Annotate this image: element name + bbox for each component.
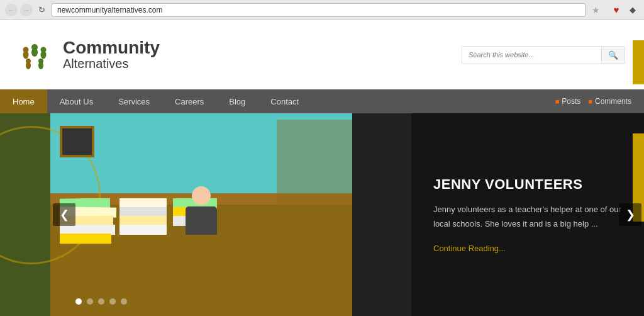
slide-dots [75,298,127,305]
svg-point-1 [31,48,38,57]
person-figure [186,186,217,235]
rss-comments-label: Comments [595,97,631,106]
extension-icon[interactable]: ◆ [626,4,639,16]
logo-icon [13,33,57,77]
url-text: newcommunityalternatives.com [57,6,162,14]
nav-bar: Home About Us Services Careers Blog Cont… [0,89,644,113]
slide-description: Jenny volunteers as a teacher's helper a… [433,203,622,230]
nav-right: ■ Posts ■ Comments [555,97,644,106]
search-box: 🔍 [462,46,625,64]
nav-services[interactable]: Services [106,89,162,113]
paper-darkgold [60,234,111,244]
slide-image [50,113,352,316]
continue-reading-link[interactable]: Continue Reading... [433,244,622,253]
gold-accent-top [633,40,644,84]
refresh-button[interactable]: ↻ [35,4,48,16]
logo-alternatives: Alternatives [63,57,160,71]
slide-dot-4[interactable] [109,298,116,305]
rss-posts-icon: ■ [555,98,560,105]
rss-posts-link[interactable]: ■ Posts [555,97,581,106]
nav-contact[interactable]: Contact [258,89,311,113]
search-input[interactable] [462,47,601,62]
slide-next-button[interactable]: ❯ [619,203,641,226]
toolbar-icons: ♥ ◆ [610,4,639,16]
logo-community: Community [63,39,160,57]
nav-blog[interactable]: Blog [216,89,258,113]
svg-point-5 [41,51,47,59]
person-head [192,186,211,205]
slide-dot-5[interactable] [121,298,127,305]
slide-dot-1[interactable] [75,298,82,305]
website: Community Alternatives 🔍 Home About Us S… [0,20,644,316]
search-area: 🔍 [462,46,625,64]
slideshow: JENNY VOLUNTEERS Jenny volunteers as a t… [0,113,644,316]
browser-nav: ← → ↻ [5,4,48,16]
logo-area: Community Alternatives [13,33,160,77]
rss-comments-icon: ■ [588,98,592,105]
nav-home[interactable]: Home [0,89,47,113]
svg-point-7 [26,62,31,69]
person-body [186,206,217,235]
slide-dot-2[interactable] [87,298,93,305]
nav-careers[interactable]: Careers [162,89,216,113]
nav-left: Home About Us Services Careers Blog Cont… [0,89,311,113]
rss-posts-label: Posts [562,97,580,106]
slide-prev-button[interactable]: ❮ [53,203,75,226]
forward-button[interactable]: → [20,4,33,16]
slide-text-panel: JENNY VOLUNTEERS Jenny volunteers as a t… [411,113,644,316]
bookmark-icon[interactable]: ★ [592,5,600,15]
paper-white2 [119,225,167,235]
back-button[interactable]: ← [5,4,18,16]
svg-point-9 [38,62,43,69]
nav-about[interactable]: About Us [47,89,106,113]
address-bar[interactable]: newcommunityalternatives.com [52,3,586,17]
browser-chrome: ← → ↻ newcommunityalternatives.com ★ ♥ ◆ [0,0,644,20]
slide-title: JENNY VOLUNTEERS [433,176,622,193]
site-header: Community Alternatives 🔍 [0,20,644,89]
wall-picture [60,126,94,157]
pinterest-icon[interactable]: ♥ [610,4,623,16]
logo-text: Community Alternatives [63,39,160,71]
svg-point-3 [23,51,29,59]
search-button[interactable]: 🔍 [601,47,625,64]
slide-dot-3[interactable] [98,298,104,305]
rss-comments-link[interactable]: ■ Comments [588,97,631,106]
